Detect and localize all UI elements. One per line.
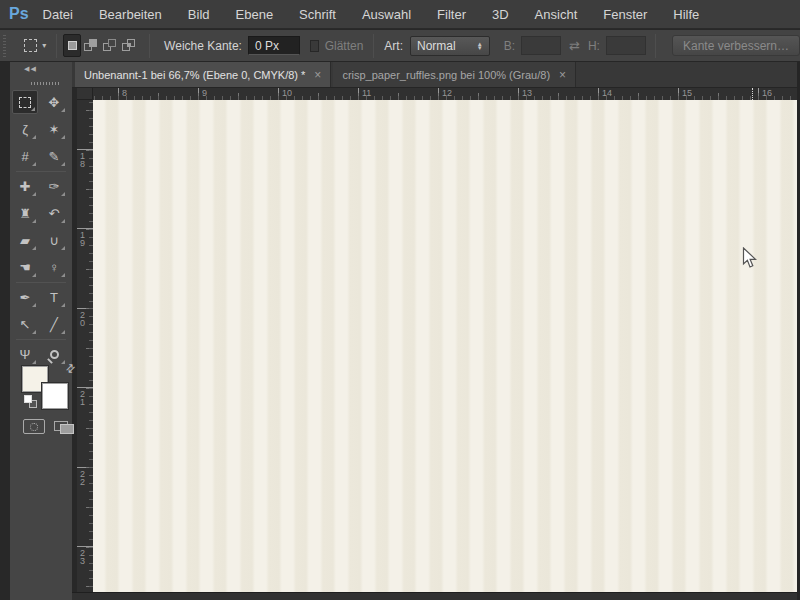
toolbox-separator xyxy=(16,282,66,283)
tool-type[interactable]: T xyxy=(41,285,67,309)
close-icon[interactable]: × xyxy=(314,68,321,82)
intersect-selection-button[interactable] xyxy=(120,34,137,57)
ruler-number: 15 xyxy=(682,88,692,98)
ruler-number: 20 xyxy=(80,311,87,327)
toolbox-separator xyxy=(16,171,66,172)
tool-preset-picker[interactable]: ▾ xyxy=(20,36,50,55)
panel-grip-icon[interactable] xyxy=(31,82,61,85)
tool-history-brush[interactable]: ↶ xyxy=(41,201,67,225)
paint-bucket-icon: ∪ xyxy=(49,233,59,248)
height-label: H: xyxy=(588,39,600,53)
ruler-origin-corner xyxy=(77,88,93,100)
menu-item-ebene[interactable]: Ebene xyxy=(236,7,274,22)
tool-eraser[interactable]: ▰ xyxy=(12,228,38,252)
menu-item-filter[interactable]: Filter xyxy=(437,7,466,22)
tool-move[interactable]: ✥ xyxy=(41,90,67,114)
menu-item-bearbeiten[interactable]: Bearbeiten xyxy=(99,7,162,22)
mouse-cursor xyxy=(742,247,757,273)
menu-item-fenster[interactable]: Fenster xyxy=(603,7,647,22)
tab-crisp-paper-ruffles[interactable]: crisp_paper_ruffles.png bei 100% (Grau/8… xyxy=(333,62,576,87)
eyedropper-icon: ✎ xyxy=(49,149,60,164)
menu-item-3d[interactable]: 3D xyxy=(492,7,509,22)
photoshop-window: Ps Datei Bearbeiten Bild Ebene Schrift A… xyxy=(0,0,800,600)
tool-brush[interactable]: ✑ xyxy=(41,174,67,198)
ruler-number: 13 xyxy=(522,88,532,98)
photoshop-logo: Ps xyxy=(9,5,29,23)
history-brush-icon: ↶ xyxy=(49,206,60,221)
tool-lasso[interactable]: ζ xyxy=(12,117,38,141)
tool-eyedropper[interactable]: ✎ xyxy=(41,144,67,168)
tool-hand[interactable]: Ψ xyxy=(12,342,38,366)
menu-item-schrift[interactable]: Schrift xyxy=(299,7,336,22)
separator xyxy=(56,34,57,58)
vertical-ruler: 18 19 20 21 22 23 xyxy=(77,100,93,592)
tool-rectangular-marquee[interactable] xyxy=(12,90,38,114)
ruler-number: 9 xyxy=(202,88,207,98)
new-selection-button[interactable] xyxy=(63,34,80,57)
antialias-checkbox xyxy=(310,40,319,52)
tool-clone-stamp[interactable]: ♜ xyxy=(12,201,38,225)
tool-paint-bucket[interactable]: ∪ xyxy=(41,228,67,252)
ruler-number: 12 xyxy=(442,88,452,98)
menu-bar: Ps Datei Bearbeiten Bild Ebene Schrift A… xyxy=(0,0,800,29)
height-input xyxy=(606,36,646,55)
options-bar-grip[interactable] xyxy=(3,35,6,57)
menu-item-auswahl[interactable]: Auswahl xyxy=(362,7,411,22)
crop-icon: # xyxy=(21,149,28,164)
tool-magic-wand[interactable]: ✶ xyxy=(41,117,67,141)
tool-path-selection[interactable]: ↖ xyxy=(12,312,38,336)
ruler-number: 14 xyxy=(602,88,612,98)
ruler-number: 22 xyxy=(80,470,87,486)
magic-wand-icon: ✶ xyxy=(49,122,60,137)
add-to-selection-icon xyxy=(84,39,98,52)
ruler-number: 11 xyxy=(362,88,371,98)
antialias-label: Glätten xyxy=(325,39,364,53)
collapse-panel-icon[interactable]: ◀◀ xyxy=(24,65,37,73)
menu-item-datei[interactable]: Datei xyxy=(43,7,73,22)
swap-dimensions-icon: ⇄ xyxy=(569,38,580,53)
smudge-icon: ☚ xyxy=(19,260,31,275)
toolbox-panel: ◀◀ ✥ ζ ✶ # ✎ ✚ ✑ ♜ ↶ ▰ ∪ ☚ ♀ ✒ T ↖ ╱ Ψ ⇄ xyxy=(10,62,72,600)
updown-arrows-icon: ▲▼ xyxy=(477,42,483,50)
tool-smudge[interactable]: ☚ xyxy=(12,255,38,279)
toolbox-separator xyxy=(16,339,66,340)
style-dropdown[interactable]: Normal ▲▼ xyxy=(410,36,490,56)
tab-title: Unbenannt-1 bei 66,7% (Ebene 0, CMYK/8) … xyxy=(84,69,305,81)
lasso-icon: ζ xyxy=(22,122,28,137)
close-icon[interactable]: × xyxy=(559,68,566,82)
tool-dodge[interactable]: ♀ xyxy=(41,255,67,279)
document-tab-bar: Unbenannt-1 bei 66,7% (Ebene 0, CMYK/8) … xyxy=(72,62,797,88)
quick-mask-button[interactable] xyxy=(23,419,45,434)
subtract-from-selection-button[interactable] xyxy=(102,34,119,57)
document-canvas[interactable] xyxy=(93,100,797,592)
tool-pen[interactable]: ✒ xyxy=(12,285,38,309)
ruler-number: 8 xyxy=(122,88,127,98)
clone-stamp-icon: ♜ xyxy=(19,206,31,221)
subtract-from-selection-icon xyxy=(103,39,117,52)
width-label: B: xyxy=(504,39,515,53)
path-selection-icon: ↖ xyxy=(20,317,31,332)
tool-spot-healing-brush[interactable]: ✚ xyxy=(12,174,38,198)
add-to-selection-button[interactable] xyxy=(83,34,100,57)
intersect-selection-icon xyxy=(122,39,136,52)
screen-mode-button[interactable] xyxy=(54,419,76,434)
tool-crop[interactable]: # xyxy=(12,144,38,168)
tab-unbenannt-1[interactable]: Unbenannt-1 bei 66,7% (Ebene 0, CMYK/8) … xyxy=(75,62,331,87)
tool-line[interactable]: ╱ xyxy=(41,312,67,336)
background-color-swatch[interactable] xyxy=(42,383,68,409)
tool-zoom[interactable] xyxy=(41,342,67,366)
separator xyxy=(373,34,374,58)
menu-item-hilfe[interactable]: Hilfe xyxy=(673,7,699,22)
marquee-preset-icon xyxy=(24,39,37,52)
new-selection-icon xyxy=(68,41,77,50)
feather-input[interactable] xyxy=(248,36,300,55)
ruler-number: 10 xyxy=(282,88,292,98)
ruler-number: 16 xyxy=(762,88,772,98)
feather-label: Weiche Kante: xyxy=(164,39,242,53)
menu-item-bild[interactable]: Bild xyxy=(188,7,210,22)
menu-item-ansicht[interactable]: Ansicht xyxy=(535,7,578,22)
ruler-number: 18 xyxy=(80,152,87,168)
rectangular-marquee-icon xyxy=(19,97,31,108)
eraser-icon: ▰ xyxy=(20,233,30,248)
quick-mask-icon xyxy=(30,423,38,431)
